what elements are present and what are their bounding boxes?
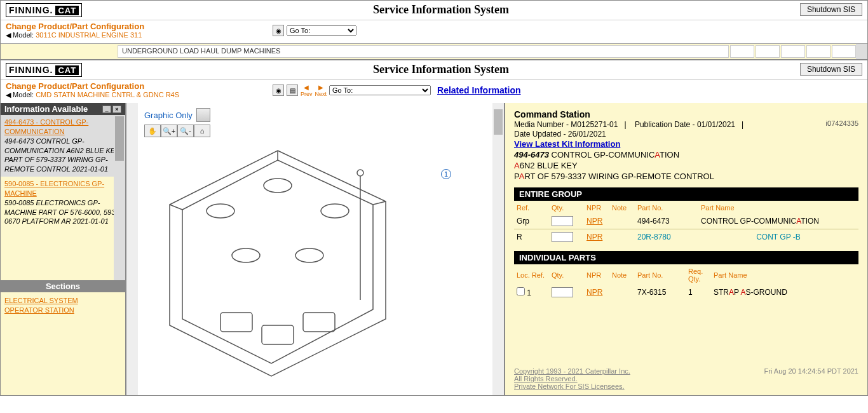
- model-value-1[interactable]: 3011C INDUSTRIAL ENGINE 311: [36, 31, 142, 39]
- sidebar-item-link[interactable]: 494-6473 - CONTROL GP-COMMUNICATION: [4, 118, 88, 135]
- logo-brand: FINNING.: [9, 65, 53, 75]
- qty-input[interactable]: [552, 216, 573, 226]
- prev-nav[interactable]: ◀ Prev: [301, 84, 313, 97]
- cell: [781, 45, 805, 58]
- close-icon[interactable]: ×: [112, 105, 121, 113]
- view-kit-link[interactable]: View Latest Kit Information: [514, 139, 620, 149]
- part-diagram: 1: [144, 141, 486, 383]
- row-checkbox[interactable]: [517, 287, 525, 295]
- home-icon[interactable]: ⌂: [194, 125, 210, 137]
- updated-line: Date Updated - 26/01/2021: [514, 130, 858, 139]
- npr-link[interactable]: NPR: [587, 288, 602, 297]
- timestamp: Fri Aug 20 14:24:54 PDT 2021: [764, 367, 858, 390]
- sections-header: Sections: [1, 280, 125, 292]
- logo-brand: FINNING.: [9, 5, 53, 15]
- change-config-link[interactable]: Change Product/Part Configuration: [6, 22, 273, 31]
- arrow-right-icon: ▶: [315, 84, 327, 91]
- entire-group-header: ENTIRE GROUP: [514, 187, 858, 201]
- topbar-1: FINNING. CAT Service Information System …: [1, 1, 867, 20]
- win1-body: UNDERGROUND LOAD HAUL DUMP MACHINES: [1, 43, 867, 59]
- app-title: Service Information System: [82, 63, 800, 76]
- svg-marker-0: [170, 151, 386, 376]
- chevron-left-icon[interactable]: ◀: [6, 91, 11, 98]
- graphic-toolbar: ✋ 🔍+ 🔍- ⌂: [144, 125, 486, 137]
- logo: FINNING. CAT: [6, 63, 82, 77]
- callout-1[interactable]: 1: [441, 169, 451, 179]
- model-label: Model:: [13, 31, 34, 39]
- entire-group-table: Ref. Qty. NPR Note Part No. Part Name Gr…: [514, 202, 858, 245]
- page-icon[interactable]: ▤: [287, 85, 298, 96]
- detail-pane: Command Station i07424335 Media Number -…: [505, 103, 867, 395]
- table-row: R NPR 20R-8780 CONT GP -B: [514, 229, 858, 245]
- rights-link[interactable]: All Rights Reserved.: [514, 375, 630, 383]
- sidebar-item[interactable]: 590-0085 - ELECTRONICS GP-MACHINE 590-00…: [1, 177, 125, 229]
- table-row: Grp NPR 494-6473 CONTROL GP-COMMUNICATIO…: [514, 213, 858, 229]
- next-nav[interactable]: ▶ Next: [315, 84, 327, 97]
- svg-point-14: [357, 170, 363, 176]
- sections-list: ELECTRICAL SYSTEM OPERATOR STATION: [1, 292, 125, 318]
- cell: [832, 45, 856, 58]
- part-line-3: PART OF 579-3337 WIRING GP-REMOTE CONTRO…: [514, 172, 858, 181]
- section-link[interactable]: OPERATOR STATION: [4, 306, 121, 314]
- scrollbar[interactable]: [492, 103, 504, 395]
- zoom-out-icon[interactable]: 🔍-: [177, 125, 194, 137]
- shutdown-button[interactable]: Shutdown SIS: [800, 63, 862, 76]
- part-line-1: 494-6473 CONTROL GP-COMMUNICATION: [514, 150, 858, 159]
- hand-icon[interactable]: ✋: [144, 125, 161, 137]
- sidebar-item[interactable]: 494-6473 - CONTROL GP-COMMUNICATION 494-…: [1, 115, 125, 177]
- individual-parts-header: INDIVIDUAL PARTS: [514, 251, 858, 264]
- qty-input[interactable]: [552, 232, 573, 242]
- window-1: FINNING. CAT Service Information System …: [0, 0, 868, 60]
- model-line-2: ◀ Model: CMD STATN MACHINE CNTRL & GDNC …: [6, 91, 273, 99]
- sidebar-header: Information Available _ ×: [1, 103, 125, 115]
- npr-link[interactable]: NPR: [587, 217, 602, 226]
- chevron-left-icon[interactable]: ◀: [6, 31, 11, 39]
- globe-icon[interactable]: ◉: [273, 85, 284, 96]
- part-line-2: A6N2 BLUE KEY: [514, 161, 858, 170]
- arrow-left-icon: ◀: [301, 84, 313, 91]
- model-value-2[interactable]: CMD STATN MACHINE CNTRL & GDNC R4S: [36, 91, 179, 98]
- scrollbar[interactable]: [114, 115, 125, 280]
- sidebar: Information Available _ × 494-6473 - CON…: [1, 103, 126, 395]
- globe-icon[interactable]: ◉: [273, 25, 284, 36]
- goto-select-1[interactable]: Go To:: [287, 25, 356, 36]
- subbar-1: Change Product/Part Configuration ◀ Mode…: [1, 20, 867, 43]
- model-label: Model:: [13, 91, 34, 98]
- print-icon[interactable]: [196, 108, 210, 122]
- cell: [730, 45, 754, 58]
- graphic-pane: Graphic Only ✋ 🔍+ 🔍- ⌂: [126, 103, 505, 395]
- cell: [806, 45, 831, 58]
- win2-body: Information Available _ × 494-6473 - CON…: [1, 103, 867, 395]
- qty-input[interactable]: [552, 287, 573, 297]
- media-line: Media Number - M0125271-01| Publication …: [514, 120, 858, 129]
- goto-select-2[interactable]: Go To:: [329, 85, 431, 95]
- window-2: FINNING. CAT Service Information System …: [0, 60, 868, 396]
- shutdown-button[interactable]: Shutdown SIS: [800, 3, 862, 16]
- section-link[interactable]: ELECTRICAL SYSTEM: [4, 297, 121, 304]
- result-row[interactable]: UNDERGROUND LOAD HAUL DUMP MACHINES: [118, 45, 729, 58]
- scrollbar[interactable]: [126, 103, 138, 395]
- sidebar-item-desc: 590-0085 ELECTRONICS GP-MACHINE PART OF …: [4, 199, 118, 226]
- app-title: Service Information System: [82, 3, 800, 17]
- individual-parts-table: Loc. Ref. Qty. NPR Note Part No. Req. Qt…: [514, 266, 858, 300]
- sidebar-item-desc: 494-6473 CONTROL GP-COMMUNICATION A6N2 B…: [4, 137, 119, 173]
- scrollbar[interactable]: [856, 44, 867, 59]
- topbar-2: FINNING. CAT Service Information System …: [1, 60, 867, 80]
- minimize-icon[interactable]: _: [102, 105, 111, 113]
- model-line-1: ◀ Model: 3011C INDUSTRIAL ENGINE 311: [6, 31, 273, 39]
- zoom-in-icon[interactable]: 🔍+: [161, 125, 177, 137]
- sidebar-item-link[interactable]: 590-0085 - ELECTRONICS GP-MACHINE: [4, 180, 104, 197]
- table-row: 1 NPR 7X-6315 1 STRAP AS-GROUND: [514, 285, 858, 300]
- copyright-link[interactable]: Copyright 1993 - 2021 Caterpillar Inc.: [514, 367, 630, 375]
- cell: [756, 45, 780, 58]
- private-network-link[interactable]: Private Network For SIS Licensees.: [514, 383, 630, 390]
- footer: Copyright 1993 - 2021 Caterpillar Inc. A…: [514, 367, 858, 390]
- related-info-link[interactable]: Related Information: [437, 85, 520, 95]
- sidebar-title: Information Available: [4, 104, 88, 114]
- change-config-link[interactable]: Change Product/Part Configuration: [6, 81, 273, 91]
- graphic-only-label: Graphic Only: [144, 111, 193, 120]
- detail-title: Command Station: [514, 109, 858, 119]
- npr-link[interactable]: NPR: [587, 233, 602, 241]
- subbar-2: Change Product/Part Configuration ◀ Mode…: [1, 80, 867, 103]
- logo-sub: CAT: [55, 6, 79, 15]
